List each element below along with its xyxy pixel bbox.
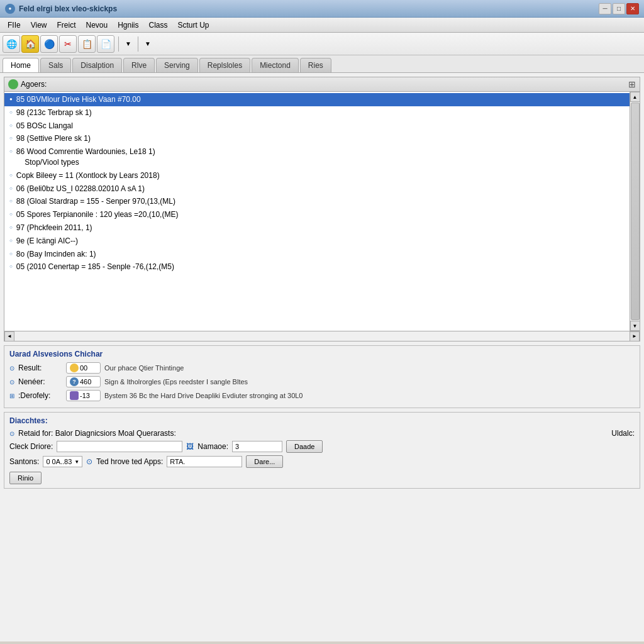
list-item-text: 05 (2010 Cenertap = 185 - Senple -76,(12… <box>16 262 174 272</box>
menu-file[interactable]: FIIe <box>3 19 26 31</box>
derofely-label: :Derofely: <box>18 391 62 400</box>
tab-sals[interactable]: Sals <box>40 58 71 72</box>
diag-radio[interactable]: ⊙ <box>9 430 14 437</box>
derofely-badge-value: -13 <box>80 392 90 399</box>
scroll-up-arrow[interactable]: ▲ <box>630 92 640 102</box>
list-item-text: 05 Spores Terpianonile : 120 yleas =20,(… <box>16 209 179 220</box>
namaoe-input[interactable] <box>232 441 282 452</box>
agents-header-left: Agoers: <box>8 79 47 89</box>
cleck-input[interactable] <box>57 441 182 452</box>
maximize-button[interactable]: □ <box>613 3 625 14</box>
namaoe-icon: 🖼 <box>186 442 194 451</box>
agents-title: Agoers: <box>21 80 47 89</box>
tab-home[interactable]: Home <box>3 58 39 72</box>
toolbar-separator-2 <box>138 36 138 52</box>
dare-button[interactable]: Dare... <box>246 455 283 468</box>
santons-select[interactable]: 0 0A..83 ▼ <box>43 456 82 467</box>
santons-arrow-icon: ▼ <box>74 459 79 465</box>
nender-description: Sign & Itholrorgles (Eps reedster I sang… <box>104 378 248 386</box>
menu-nevou[interactable]: Nevou <box>80 19 113 31</box>
list-item[interactable]: ○ 8o (Bay Imcinden ak: 1) <box>4 248 630 261</box>
nender-radio[interactable]: ⊙ <box>9 379 14 386</box>
result-radio[interactable]: ⊙ <box>9 365 14 372</box>
list-item[interactable]: ○ 86 Wood Comrentie Wardounies, Le18 1) … <box>4 145 630 169</box>
tab-serving[interactable]: Serving <box>156 58 198 72</box>
tab-ries[interactable]: Ries <box>300 58 331 72</box>
toolbar-btn-doc[interactable]: 📄 <box>97 35 114 53</box>
list-item-text: 8o (Bay Imcinden ak: 1) <box>16 249 96 260</box>
toolbar: 🌐 🏠 🔵 ✂ 📋 📄 ▼ ▼ <box>0 33 644 55</box>
agents-icon <box>8 79 18 89</box>
scroll-thumb[interactable] <box>631 103 640 320</box>
list-item-text: 85 0BVMlour Drive Hisk Vaan #70.00 <box>16 94 141 105</box>
ted-label: Ted hrove ted Apps: <box>96 457 163 466</box>
vertical-scrollbar[interactable]: ▲ ▼ <box>630 92 640 331</box>
list-item-text: 05 BOSc Llangal <box>16 121 73 131</box>
menu-view[interactable]: View <box>26 19 52 31</box>
agents-list-area: ● 85 0BVMlour Drive Hisk Vaan #70.00 ○ 9… <box>4 92 630 331</box>
result-badge: 00 <box>66 362 101 374</box>
list-item-text: 9e (E lcängi AIC--) <box>16 236 78 247</box>
tab-replsoles[interactable]: Replsloles <box>199 58 250 72</box>
tab-miectond[interactable]: Miectond <box>252 58 299 72</box>
expand-icon[interactable]: ⊞ <box>628 79 636 89</box>
scroll-down-arrow[interactable]: ▼ <box>630 321 640 331</box>
result-label: Result: <box>18 364 62 372</box>
ted-input[interactable] <box>167 456 242 467</box>
menu-scturtp[interactable]: Scturt Up <box>173 19 214 31</box>
list-item[interactable]: ● 85 0BVMlour Drive Hisk Vaan #70.00 <box>4 93 630 106</box>
menu-class[interactable]: Class <box>144 19 173 31</box>
close-button[interactable]: ✕ <box>626 3 639 14</box>
list-item[interactable]: ○ 88 (Gloal Stardrap = 155 - Senper 970,… <box>4 195 630 208</box>
daade-button[interactable]: Daade <box>286 440 323 453</box>
status-row-result: ⊙ Result: 00 Our phace Qtier Thintinge <box>9 362 635 374</box>
list-radio: ○ <box>9 172 13 179</box>
toolbar-arrow-2[interactable]: ▼ <box>142 39 153 48</box>
namaoe-label: Namaoe: <box>197 442 228 451</box>
menu-freict[interactable]: Freict <box>52 19 80 31</box>
list-item-text: 98 (Settive Plere sk 1) <box>16 133 91 144</box>
agents-list[interactable]: ● 85 0BVMlour Drive Hisk Vaan #70.00 ○ 9… <box>4 92 630 331</box>
list-radio: ○ <box>9 148 13 155</box>
uldalc-label: Uldalc: <box>611 429 635 438</box>
toolbar-btn-globe[interactable]: 🌐 <box>3 35 20 53</box>
scroll-right-arrow[interactable]: ► <box>630 331 640 341</box>
list-radio: ○ <box>9 211 13 218</box>
list-radio: ○ <box>9 237 13 244</box>
list-item[interactable]: ○ 98 (213c Terbrap sk 1) <box>4 106 630 119</box>
result-description: Our phace Qtier Thintinge <box>104 364 184 372</box>
diag-retaid-row: ⊙ Retaid for: Balor Diagnicsiors Moal Qu… <box>9 429 635 438</box>
list-item[interactable]: ○ 05 Spores Terpianonile : 120 yleas =20… <box>4 208 630 221</box>
diag-cleck-row: Cleck Driore: 🖼 Namaoe: Daade <box>9 440 635 453</box>
list-item[interactable]: ○ 98 (Settive Plere sk 1) <box>4 132 630 145</box>
minimize-button[interactable]: ─ <box>599 3 611 14</box>
list-item[interactable]: ○ 97 (Phckfeein 2011, 1) <box>4 221 630 235</box>
list-item[interactable]: ○ 05 BOSc Llangal <box>4 119 630 133</box>
app-icon: ● <box>5 4 15 14</box>
toolbar-btn-clipboard[interactable]: 📋 <box>78 35 96 53</box>
list-item[interactable]: ○ 05 (2010 Cenertap = 185 - Senple -76,(… <box>4 260 630 274</box>
tab-rlve[interactable]: Rlve <box>123 58 155 72</box>
derofely-badge: -13 <box>66 390 101 401</box>
list-item-text: 98 (213c Terbrap sk 1) <box>16 108 92 118</box>
menu-hgniis[interactable]: Hgniis <box>113 19 143 31</box>
tab-disalption[interactable]: Disalption <box>72 58 122 72</box>
status-row-derofely: ⊞ :Derofely: -13 Bystem 36 Bc the Hard D… <box>9 390 635 401</box>
title-bar-text: Feld elrgi blex vleo-skickps <box>19 4 599 13</box>
status-row-nender: ⊙ Nenéer: ? 460 Sign & Itholrorgles (Eps… <box>9 376 635 387</box>
list-item[interactable]: ○ 9e (E lcängi AIC--) <box>4 235 630 248</box>
list-item[interactable]: ○ Copk Bileey = 11 (Xontlock by Lears 20… <box>4 169 630 182</box>
list-radio: ○ <box>9 263 13 270</box>
derofely-radio[interactable]: ⊞ <box>9 392 14 399</box>
toolbar-arrow-1[interactable]: ▼ <box>123 39 134 48</box>
list-item-text: 88 (Gloal Stardrap = 155 - Senper 970,(1… <box>16 196 175 207</box>
scroll-left-arrow[interactable]: ◄ <box>4 331 14 341</box>
toolbar-btn-scissors[interactable]: ✂ <box>59 35 77 53</box>
derofely-description: Bystem 36 Bc the Hard Drive Deapliki Evd… <box>104 392 303 399</box>
derofely-badge-icon <box>70 391 79 400</box>
toolbar-btn-home[interactable]: 🏠 <box>21 35 39 53</box>
horizontal-scrollbar[interactable]: ◄ ► <box>4 331 640 341</box>
rinio-button[interactable]: Rinio <box>9 472 42 484</box>
list-item[interactable]: ○ 06 (Beli0bz US_I 02288.02010 A sA 1) <box>4 182 630 196</box>
toolbar-btn-mask[interactable]: 🔵 <box>40 35 58 53</box>
